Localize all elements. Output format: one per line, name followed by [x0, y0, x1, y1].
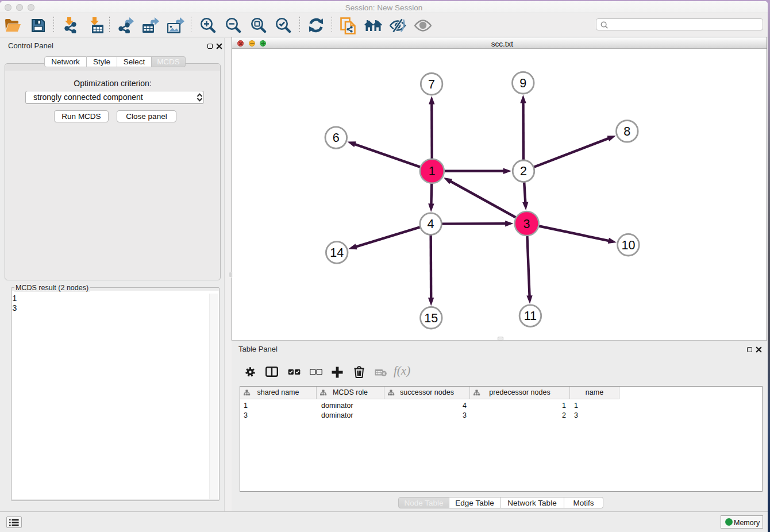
svg-text:6: 6 — [333, 131, 340, 145]
svg-text:14: 14 — [330, 246, 344, 260]
svg-text:8: 8 — [623, 125, 630, 138]
svg-text:1: 1 — [429, 164, 436, 178]
svg-text:3: 3 — [523, 217, 530, 231]
svg-text:9: 9 — [519, 76, 526, 90]
svg-text:4: 4 — [428, 217, 434, 231]
svg-text:7: 7 — [428, 78, 435, 91]
svg-text:15: 15 — [424, 311, 438, 325]
svg-text:2: 2 — [520, 164, 527, 178]
svg-text:10: 10 — [621, 238, 635, 252]
svg-text:11: 11 — [524, 309, 537, 323]
